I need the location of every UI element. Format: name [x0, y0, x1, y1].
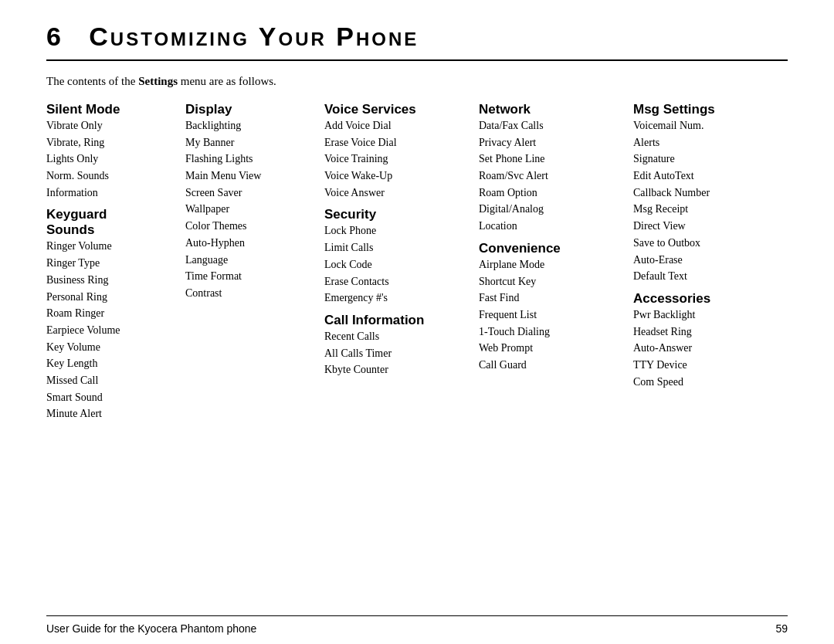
item-my-banner: My Banner	[185, 134, 317, 151]
item-lights-only: Lights Only	[46, 151, 178, 168]
security-section: Security Lock Phone Limit Calls Lock Cod…	[324, 207, 471, 306]
item-headset-ring: Headset Ring	[633, 324, 795, 341]
item-norm-sounds: Norm. Sounds	[46, 168, 178, 185]
menu-grid: Silent Mode Vibrate Only Vibrate, Ring L…	[46, 102, 788, 600]
item-set-phone-line: Set Phone Line	[479, 151, 626, 168]
item-roam-option: Roam Option	[479, 185, 626, 202]
item-add-voice-dial: Add Voice Dial	[324, 117, 471, 134]
item-privacy-alert: Privacy Alert	[479, 134, 626, 151]
item-time-format: Time Format	[185, 268, 317, 285]
item-kbyte-counter: Kbyte Counter	[324, 361, 471, 378]
footer-left-text: User Guide for the Kyocera Phantom phone	[46, 622, 256, 635]
item-shortcut-key: Shortcut Key	[479, 273, 626, 290]
item-erase-voice-dial: Erase Voice Dial	[324, 134, 471, 151]
item-1-touch-dialing: 1-Touch Dialing	[479, 324, 626, 341]
heading-security: Security	[324, 207, 376, 222]
item-roam-ringer: Roam Ringer	[46, 305, 178, 322]
item-fast-find: Fast Find	[479, 290, 626, 307]
item-airplane-mode: Airplane Mode	[479, 256, 626, 273]
item-backlighting: Backlighting	[185, 117, 317, 134]
heading-convenience: Convenience	[479, 241, 561, 256]
chapter-title: 6 Customizing Your Phone	[46, 0, 788, 59]
item-pwr-backlight: Pwr Backlight	[633, 307, 795, 324]
item-msg-receipt: Msg Receipt	[633, 201, 795, 218]
accessories-section: Accessories Pwr Backlight Headset Ring A…	[633, 291, 795, 390]
item-callback-number: Callback Number	[633, 185, 795, 202]
item-location: Location	[479, 218, 626, 235]
item-recent-calls: Recent Calls	[324, 328, 471, 345]
intro-prefix: The contents of the	[46, 75, 138, 87]
item-key-length: Key Length	[46, 355, 178, 372]
item-flashing-lights: Flashing Lights	[185, 151, 317, 168]
column-display: Display Backlighting My Banner Flashing …	[185, 102, 324, 600]
item-ringer-volume: Ringer Volume	[46, 238, 178, 255]
intro-paragraph: The contents of the Settings menu are as…	[46, 75, 788, 88]
item-voice-answer: Voice Answer	[324, 185, 471, 202]
item-voice-wake-up: Voice Wake-Up	[324, 168, 471, 185]
item-voicemail-num: Voicemail Num.	[633, 117, 795, 134]
item-signature: Signature	[633, 151, 795, 168]
item-lock-phone: Lock Phone	[324, 222, 471, 239]
item-key-volume: Key Volume	[46, 339, 178, 356]
item-lock-code: Lock Code	[324, 256, 471, 273]
item-minute-alert: Minute Alert	[46, 405, 178, 422]
column-network: Network Data/Fax Calls Privacy Alert Set…	[479, 102, 633, 600]
item-smart-sound: Smart Sound	[46, 389, 178, 406]
item-auto-erase: Auto-Erase	[633, 252, 795, 269]
item-contrast: Contrast	[185, 285, 317, 302]
heading-accessories: Accessories	[633, 291, 710, 306]
title-rule	[46, 59, 788, 61]
heading-silent-mode: Silent Mode	[46, 102, 120, 117]
item-edit-autotext: Edit AutoText	[633, 168, 795, 185]
item-personal-ring: Personal Ring	[46, 289, 178, 306]
item-ringer-type: Ringer Type	[46, 255, 178, 272]
item-save-to-outbox: Save to Outbox	[633, 235, 795, 252]
item-main-menu-view: Main Menu View	[185, 168, 317, 185]
item-information: Information	[46, 185, 178, 202]
item-screen-saver: Screen Saver	[185, 185, 317, 202]
heading-display: Display	[185, 102, 232, 117]
call-information-section: Call Information Recent Calls All Calls …	[324, 313, 471, 378]
item-missed-call: Missed Call	[46, 372, 178, 389]
item-limit-calls: Limit Calls	[324, 239, 471, 256]
item-vibrate-only: Vibrate Only	[46, 117, 178, 134]
keyguard-sounds-section: KeyguardSounds Ringer Volume Ringer Type…	[46, 207, 178, 422]
chapter-number: 6	[46, 22, 63, 51]
item-auto-hyphen: Auto-Hyphen	[185, 235, 317, 252]
item-vibrate-ring: Vibrate, Ring	[46, 134, 178, 151]
footer-page-number: 59	[775, 622, 788, 635]
item-business-ring: Business Ring	[46, 272, 178, 289]
heading-call-information: Call Information	[324, 313, 424, 327]
column-msg-settings: Msg Settings Voicemail Num. Alerts Signa…	[633, 102, 803, 600]
item-data-fax-calls: Data/Fax Calls	[479, 117, 626, 134]
item-default-text: Default Text	[633, 268, 795, 285]
intro-keyword: Settings	[138, 75, 178, 87]
item-frequent-list: Frequent List	[479, 307, 626, 324]
heading-msg-settings: Msg Settings	[633, 102, 715, 117]
item-tty-device: TTY Device	[633, 357, 795, 374]
item-erase-contacts: Erase Contacts	[324, 273, 471, 290]
heading-voice-services: Voice Services	[324, 102, 416, 117]
item-auto-answer: Auto-Answer	[633, 340, 795, 357]
item-com-speed: Com Speed	[633, 374, 795, 391]
intro-suffix: menu are as follows.	[178, 75, 276, 87]
chapter-title-text: Customizing Your Phone	[89, 22, 419, 51]
item-voice-training: Voice Training	[324, 151, 471, 168]
item-earpiece-volume: Earpiece Volume	[46, 322, 178, 339]
heading-keyguard-sounds: KeyguardSounds	[46, 207, 107, 237]
item-language: Language	[185, 252, 317, 269]
column-voice-services: Voice Services Add Voice Dial Erase Voic…	[324, 102, 479, 600]
item-color-themes: Color Themes	[185, 218, 317, 235]
column-silent-mode: Silent Mode Vibrate Only Vibrate, Ring L…	[46, 102, 185, 600]
item-all-calls-timer: All Calls Timer	[324, 345, 471, 362]
convenience-section: Convenience Airplane Mode Shortcut Key F…	[479, 241, 626, 374]
heading-network: Network	[479, 102, 531, 117]
item-roam-svc-alert: Roam/Svc Alert	[479, 168, 626, 185]
item-wallpaper: Wallpaper	[185, 201, 317, 218]
item-call-guard: Call Guard	[479, 357, 626, 374]
item-direct-view: Direct View	[633, 218, 795, 235]
item-digital-analog: Digital/Analog	[479, 201, 626, 218]
item-web-prompt: Web Prompt	[479, 340, 626, 357]
item-emergency-numbers: Emergency #'s	[324, 290, 471, 307]
item-alerts: Alerts	[633, 134, 795, 151]
